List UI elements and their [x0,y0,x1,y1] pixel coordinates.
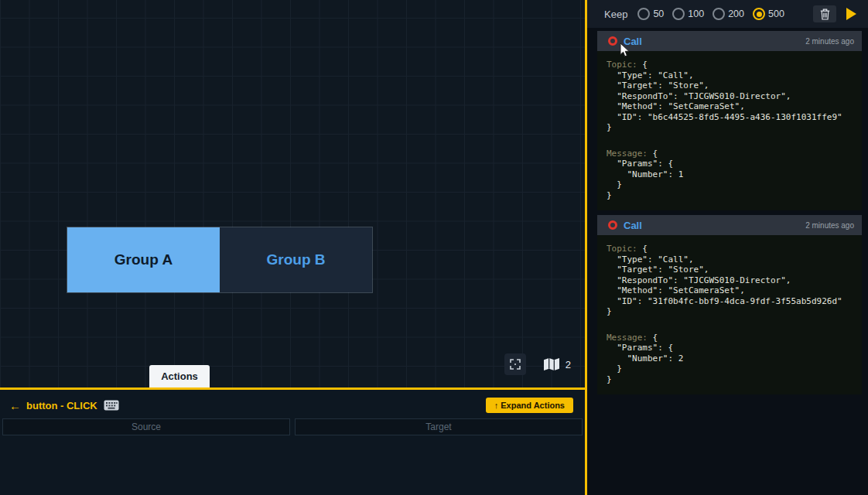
fullscreen-button[interactable] [504,353,526,375]
play-icon [846,8,856,20]
radio-icon [753,8,765,20]
keep-label: Keep [604,9,627,20]
message-card-header[interactable]: Call 2 minutes ago [597,215,862,235]
keep-option-50[interactable]: 50 [637,8,664,20]
message-inspector-panel: Keep 50 100 200 500 [587,0,868,495]
map-count-badge: 2 [566,359,571,370]
radio-icon [637,8,650,20]
fullscreen-icon [509,358,521,370]
call-status-icon [608,36,617,46]
message-type-label: Call [624,220,642,231]
group-b-button[interactable]: Group B [220,227,372,292]
map-button[interactable]: 2 [543,357,571,371]
message-card: Call 2 minutes ago Topic: { "Type": "Cal… [597,31,862,210]
group-a-button[interactable]: Group A [67,227,220,292]
canvas-tools: 2 [504,353,571,375]
keep-option-200[interactable]: 200 [713,8,744,20]
keep-toolbar: Keep 50 100 200 500 [587,0,868,28]
radio-icon [672,8,685,20]
message-card: Call 2 minutes ago Topic: { "Type": "Cal… [597,215,862,394]
target-input[interactable] [295,418,583,435]
message-type-label: Call [624,36,642,47]
message-json: Message: { "Params": { "Number": 1 } } [607,148,853,201]
source-input[interactable] [2,418,290,435]
play-button[interactable] [839,5,863,22]
clear-messages-button[interactable] [813,5,836,22]
keyboard-icon [104,400,119,411]
message-timestamp: 2 minutes ago [805,37,854,46]
actions-panel-header: ← button - CLICK [0,390,585,413]
keep-option-500[interactable]: 500 [753,8,784,20]
source-target-row [0,413,585,435]
group-button-row: Group A Group B [67,227,373,293]
expand-actions-button[interactable]: ↑ Expand Actions [486,398,573,413]
topic-json: Topic: { "Type": "Call", "Target": "Stor… [607,60,853,133]
radio-icon [713,8,725,20]
stage-canvas[interactable]: Group A Group B Actions 2 [0,0,585,390]
call-status-icon [608,220,617,230]
map-icon [543,357,560,371]
message-card-body: Topic: { "Type": "Call", "Target": "Stor… [597,51,862,210]
left-column: Group A Group B Actions 2 [0,0,587,495]
message-timestamp: 2 minutes ago [805,221,854,230]
trash-icon [820,9,830,20]
action-title: button - CLICK [26,400,97,411]
actions-panel: ← button - CLICK [0,390,585,495]
app-window: Group A Group B Actions 2 [0,0,868,495]
keep-option-100[interactable]: 100 [672,8,704,20]
actions-tab[interactable]: Actions [149,365,210,387]
topic-json: Topic: { "Type": "Call", "Target": "Stor… [607,244,853,317]
back-arrow-icon[interactable]: ← [9,399,21,412]
message-list: Call 2 minutes ago Topic: { "Type": "Cal… [587,28,868,495]
message-card-header[interactable]: Call 2 minutes ago [597,31,862,51]
message-json: Message: { "Params": { "Number": 2 } } [607,333,853,385]
message-card-body: Topic: { "Type": "Call", "Target": "Stor… [597,235,862,394]
